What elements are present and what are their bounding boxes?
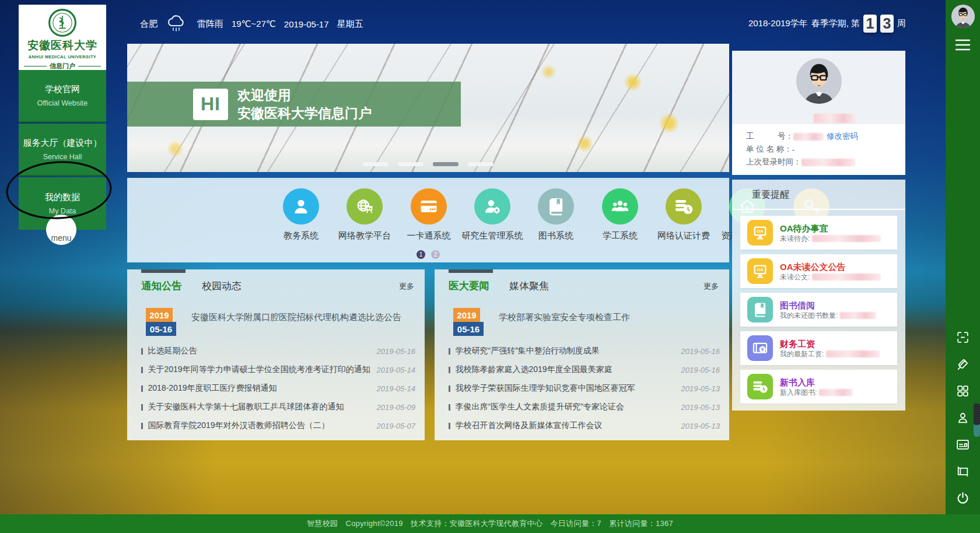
news-item[interactable]: 学校召开首次网络及新媒体宣传工作会议2019-05-13 — [449, 416, 720, 435]
banner-carousel[interactable]: HI 欢迎使用 安徽医科大学信息门户 — [127, 44, 729, 172]
news-panel-notices: 通知公告 校园动态 更多 2019 05-16 安徽医科大学附属口腔医院招标代理… — [127, 269, 425, 440]
redacted-value — [840, 312, 876, 319]
news-item[interactable]: 我校陈孝龄家庭入选2019年度全国最美家庭2019-05-16 — [449, 360, 720, 379]
featured-news-item[interactable]: 2019 05-16 安徽医科大学附属口腔医院招标代理机构遴选比选公告 — [146, 308, 401, 336]
portal-label: 信息门户 — [24, 62, 101, 71]
news-list: 比选延期公告2019-05-16 关于2019年同等学力申请硕士学位全国统考准考… — [141, 342, 415, 435]
tab-tongzhi-gonggao[interactable]: 通知公告 — [141, 279, 182, 293]
news-item[interactable]: 关于2019年同等学力申请硕士学位全国统考准考证打印的通知2019-05-14 — [141, 360, 415, 379]
power-icon[interactable] — [956, 491, 970, 506]
sidebar-item-label-en: Service Hall — [43, 153, 82, 161]
app-wangluorenzheng[interactable]: 网络认证计费 — [652, 188, 716, 241]
item-tick-icon — [449, 404, 450, 411]
news-item[interactable]: 关于安徽医科大学第十七届教职工乒乓球团体赛的通知2019-05-09 — [141, 398, 415, 416]
sidebar-item-service-hall[interactable]: 服务大厅（建设中） Service Hall — [19, 124, 106, 176]
week-digit-tile: 1 — [863, 15, 877, 33]
app-label: 研究生管理系统 — [462, 230, 523, 241]
item-tick-icon — [141, 348, 143, 355]
reminder-oa-unread-docs[interactable]: OA未读公文公告 未读公文: — [740, 254, 897, 288]
tab-meiti-jujiao[interactable]: 媒体聚焦 — [509, 279, 549, 293]
fullscreen-icon[interactable] — [956, 330, 970, 345]
users-icon — [602, 188, 638, 225]
new-books-icon — [747, 374, 773, 399]
redacted-value — [812, 273, 881, 280]
user-avatar[interactable] — [796, 58, 842, 104]
week-suffix-label: 周 — [897, 18, 906, 29]
sidebar-item-label-cn: 服务大厅（建设中） — [23, 138, 102, 149]
week-digit-tile: 3 — [880, 15, 894, 33]
layout-window-icon[interactable] — [956, 464, 970, 479]
oa-monitor-icon — [747, 220, 773, 246]
sidebar-item-official-website[interactable]: 学校官网 Official Website — [19, 70, 106, 122]
more-link[interactable]: 更多 — [399, 281, 414, 292]
news-item[interactable]: 比选延期公告2019-05-16 — [141, 342, 415, 360]
profile-icon[interactable] — [956, 411, 970, 425]
reminder-library-borrow[interactable]: 图书借阅 我的未还图书数量: — [740, 293, 897, 327]
reminder-finance-salary[interactable]: 财务工资 我的最新工资: — [740, 331, 897, 365]
app-xuegong[interactable]: 学工系统 — [588, 188, 652, 241]
sidebar-item-label-en: My Data — [49, 207, 76, 215]
news-item[interactable]: 李俊出席“医学生人文素质提升研究”专家论证会2019-05-13 — [449, 398, 720, 416]
app-wangluojiaoxue[interactable]: 网络教学平台 — [332, 188, 397, 241]
news-item[interactable]: 学校研究“严强转”集中整治行动制度成果2019-05-16 — [449, 342, 720, 360]
menu-button[interactable]: menu — [46, 215, 76, 245]
change-password-link[interactable]: 修改密码 — [827, 131, 858, 142]
item-tick-icon — [449, 367, 450, 373]
banner-page-dash-active[interactable] — [433, 162, 459, 166]
news-panel-headlines: 医大要闻 媒体聚焦 更多 2019 05-16 学校部署实验室安全专项检查工作 … — [435, 269, 729, 440]
apps-grid-icon[interactable] — [956, 384, 970, 398]
reminders-title: 重要提醒 — [752, 189, 789, 201]
tab-yida-yaowen[interactable]: 医大要闻 — [449, 279, 489, 293]
apps-page-dot-2[interactable]: 2 — [431, 250, 440, 259]
news-item[interactable]: 国际教育学院2019年对外汉语教师招聘公告（二）2019-05-07 — [141, 416, 415, 435]
banner-welcome-band: HI 欢迎使用 安徽医科大学信息门户 — [127, 82, 461, 127]
hamburger-menu-icon[interactable] — [955, 38, 971, 51]
university-name-en: ANHUI MEDICAL UNIVERSITY — [29, 54, 97, 59]
university-name-cn: 安徽医科大学 — [27, 38, 97, 53]
apps-page-dot-1[interactable]: 1 — [416, 250, 425, 259]
weather-label: 雷阵雨 — [197, 19, 223, 30]
featured-title: 安徽医科大学附属口腔医院招标代理机构遴选比选公告 — [191, 312, 401, 336]
date-label: 2019-05-17 — [284, 19, 329, 29]
featured-news-item[interactable]: 2019 05-16 学校部署实验室安全专项检查工作 — [453, 308, 630, 336]
scrollbar-thumb[interactable] — [974, 404, 980, 437]
important-reminders-panel: 重要提醒 OA待办事宜 未读待办: OA未读公文公告 未读公文: 图书借阅 我的… — [732, 180, 905, 411]
more-link[interactable]: 更多 — [704, 281, 719, 292]
reminder-oa-todo[interactable]: OA待办事宜 未读待办: — [740, 216, 897, 250]
app-yikatong[interactable]: 一卡通系统 — [397, 188, 461, 241]
topbar-weather: 合肥 雷阵雨 19℃~27℃ 2019-05-17 星期五 — [140, 14, 363, 34]
item-tick-icon — [449, 348, 450, 355]
tab-xiaoyuan-dongtai[interactable]: 校园动态 — [202, 279, 242, 293]
university-logo-card[interactable]: 安徽医科大学 ANHUI MEDICAL UNIVERSITY 信息门户 — [19, 5, 106, 70]
user-icon — [283, 188, 319, 225]
user-avatar-small[interactable] — [951, 5, 975, 28]
banner-page-dash[interactable] — [468, 162, 494, 166]
item-tick-icon — [141, 423, 143, 429]
user-id-row: 工 号： 修改密码 — [746, 130, 892, 143]
theme-brush-icon[interactable] — [956, 357, 970, 371]
quick-apps-panel: 教务系统 网络教学平台 一卡通系统 研究生管理系统 图书系统 学工系统 网络认证… — [127, 178, 729, 262]
app-tushu[interactable]: 图书系统 — [524, 188, 588, 241]
featured-date-badge: 2019 05-16 — [146, 308, 176, 336]
app-label: 学工系统 — [603, 230, 638, 241]
app-yanjiusheng[interactable]: 研究生管理系统 — [460, 188, 524, 241]
sidebar-item-label-cn: 学校官网 — [45, 84, 80, 95]
app-label: 网络认证计费 — [657, 230, 710, 241]
reminder-new-books[interactable]: 新书入库 新入库图书: — [740, 370, 897, 404]
university-seal-icon — [48, 8, 77, 37]
news-item[interactable]: 我校学子荣获国际生理学知识竞赛中国地区赛冠军2019-05-13 — [449, 379, 720, 398]
banner-page-dash[interactable] — [363, 162, 388, 166]
temperature-label: 19℃~27℃ — [232, 19, 276, 29]
app-jiaowu[interactable]: 教务系统 — [269, 188, 333, 241]
user-profile-card: 工 号： 修改密码 单 位 名 称： - 上次登录时间： — [732, 51, 905, 175]
sidebar-item-label-en: Official Website — [37, 99, 88, 107]
id-card-icon[interactable] — [956, 437, 970, 452]
book-icon — [747, 297, 773, 322]
app-label: 教务系统 — [284, 230, 318, 241]
divider — [732, 209, 905, 210]
banner-page-dash[interactable] — [398, 162, 424, 166]
redacted-user-name — [814, 114, 856, 123]
redacted-value — [826, 350, 880, 357]
banner-welcome-text: 欢迎使用 安徽医科大学信息门户 — [237, 86, 372, 122]
news-item[interactable]: 2018-2019年度职工医疗费报销通知2019-05-14 — [141, 379, 415, 398]
